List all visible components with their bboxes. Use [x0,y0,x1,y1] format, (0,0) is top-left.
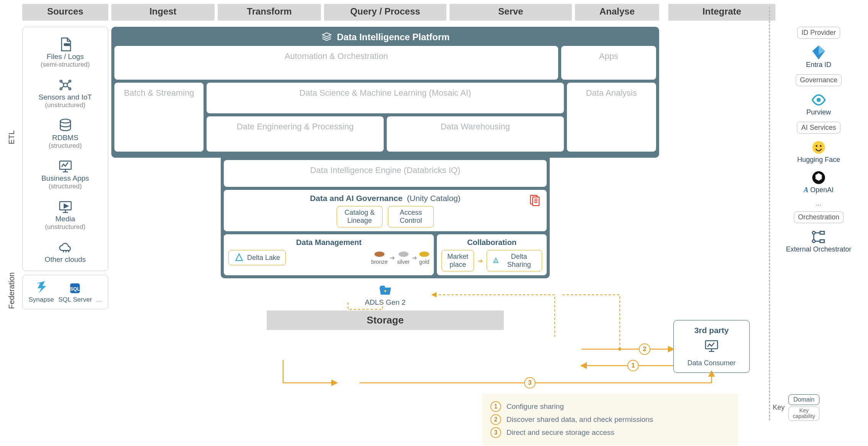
huggingface-icon [777,139,861,156]
arrow-icon: ➔ [390,254,395,261]
media-icon [26,199,105,215]
svg-point-1 [64,83,67,87]
database-icon [26,118,105,134]
svg-rect-14 [705,341,718,349]
header-serve: Serve [449,4,572,21]
integrate-openai: A OpenAI [777,169,861,194]
file-icon: 0101 [26,36,105,52]
box-dsml: Data Science & Machine Learning (Mosaic … [207,83,563,113]
svg-point-16 [813,141,825,154]
fed-sqlserver: SQL SQL Server [58,281,92,304]
silver-tier-icon [399,252,409,257]
arrow-icon: ➔ [412,254,417,261]
platform-container: Data Intelligence Platform Automation & … [111,27,659,158]
sources-container: 0101 Files / Logs (semi-structured) Sens… [22,27,108,271]
header-ingest: Ingest [111,4,215,21]
synapse-icon [29,281,54,296]
svg-rect-22 [820,240,824,242]
svg-point-23 [618,348,621,351]
svg-point-13 [495,261,497,262]
svg-rect-7 [60,161,71,170]
step-2: 2 Discover shared data, and check permis… [490,414,730,425]
step-1: 1 Configure sharing [490,401,730,412]
entra-icon [777,44,861,61]
capability-delta-lake: Delta Lake [228,250,286,265]
header-transform: Transform [218,4,321,21]
step-num-3: 3 [490,427,501,438]
storage-header: Storage [267,310,504,330]
integrate-purview: Purview [777,91,861,116]
svg-point-17 [816,145,818,147]
box-data-analysis: Data Analysis [567,83,656,152]
openai-icon [777,169,861,186]
box-data-warehousing: Data Warehousing [387,116,564,152]
platform-lower-container: Data Intelligence Engine (Databricks IQ)… [221,157,550,278]
delta-lake-icon [234,253,244,263]
adls-icon [267,284,504,297]
steps-panel: 1 Configure sharing 2 Discover shared da… [482,394,738,446]
header-query: Query / Process [324,4,446,21]
cloud-icon [26,239,105,255]
integrate-huggingface: Hugging Face [777,139,861,164]
header-sources: Sources [22,4,108,21]
iot-icon [26,77,105,93]
box-engine: Data Intelligence Engine (Databricks IQ) [224,160,547,187]
consumer-icon [677,338,746,356]
flow-num-3: 3 [524,377,536,389]
label-id-provider: ID Provider [797,27,840,39]
header-analyse: Analyse [575,4,659,21]
workflow-icon [777,229,861,245]
svg-point-18 [820,145,822,147]
label-ai-services: AI Services [797,122,840,134]
integrate-ext-orchestrator: External Orchestrator [777,229,861,253]
box-apps: Apps [561,46,656,80]
fed-synapse: Synapse [29,281,54,304]
azure-a-icon: A [804,186,808,194]
source-clouds: Other clouds [26,239,105,264]
delta-sharing-icon [492,256,499,265]
key-capability: Keycapability [788,407,819,421]
section-divider [769,7,770,420]
source-rdbms: RDBMS (structured) [26,118,105,150]
source-iot: Sensors and IoT (unstructured) [26,77,105,109]
integrate-entra: Entra ID [777,44,861,69]
svg-point-6 [60,119,70,123]
svg-point-20 [813,240,815,242]
fed-more: ... [96,296,102,304]
legend-key: Key Domain Keycapability [773,394,819,421]
gov-title: Data and AI Governance [310,194,402,203]
key-domain: Domain [788,394,819,405]
svg-point-15 [817,98,821,102]
catalog-icon [528,194,541,209]
step-3: 3 Direct and secure storage access [490,427,730,438]
source-files: 0101 Files / Logs (semi-structured) [26,36,105,69]
capability-access-control: Access Control [388,206,434,227]
svg-text:SQL: SQL [70,286,80,292]
platform-title: Data Intelligence Platform [114,30,656,46]
integrate-container: ID Provider Entra ID Governance Purview … [777,27,861,259]
label-orchestration: Orchestration [794,211,844,223]
box-third-party: 3rd party Data Consumer [673,320,750,373]
svg-text:0101: 0101 [64,43,70,46]
step-num-2: 2 [490,414,501,425]
storage-adls-label: ADLS Gen 2 [267,298,504,307]
purview-icon [777,91,861,108]
svg-point-19 [813,231,815,234]
svg-rect-12 [533,197,539,206]
federation-container: Synapse SQL SQL Server ... [22,275,108,309]
source-bapps: Business Apps (structured) [26,158,105,190]
box-batch-streaming: Batch & Streaming [114,83,204,152]
capability-catalog-lineage: Catalog & Lineage [337,206,383,227]
svg-rect-21 [820,231,824,234]
box-collaboration: Collaboration Market place ➔ Delta Shari… [437,234,547,275]
box-data-management: Data Management Delta Lake bronze ➔ [224,234,434,275]
flow-num-1: 1 [627,360,639,371]
capability-delta-sharing: Delta Sharing [487,250,542,271]
source-media: Media (unstructured) [26,199,105,231]
label-etl: ETL [4,24,19,251]
integrate-more: ... [777,199,861,207]
label-governance: Governance [796,74,842,86]
step-num-1: 1 [490,401,501,412]
gov-sub: (Unity Catalog) [407,194,461,203]
box-data-engineering: Date Engineering & Processing [207,116,384,152]
